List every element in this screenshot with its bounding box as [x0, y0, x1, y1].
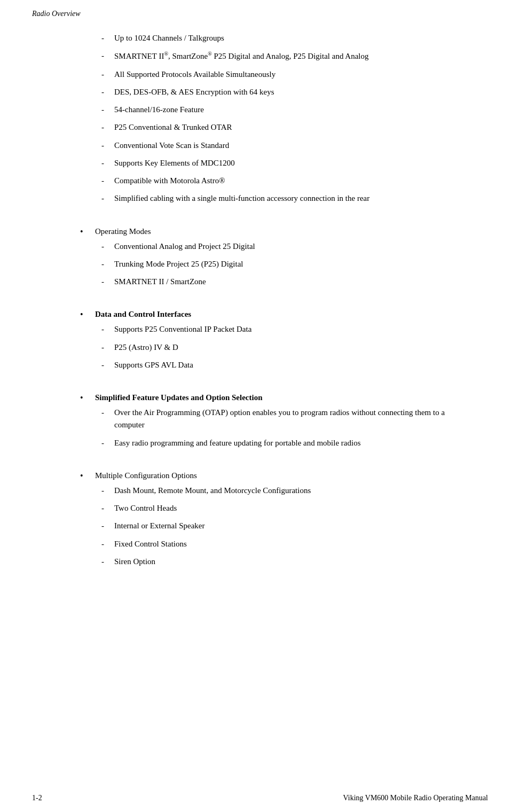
- list-item: - 54-channel/16-zone Feature: [101, 104, 461, 116]
- dash-icon: -: [101, 157, 114, 169]
- list-item: - Two Control Heads: [101, 502, 461, 514]
- sub-item-text: Simplified cabling with a single multi-f…: [114, 192, 461, 205]
- sub-item-text: Compatible with Motorola Astro®: [114, 175, 461, 187]
- dash-icon: -: [101, 192, 114, 205]
- footer-page-number: 1-2: [32, 794, 42, 802]
- bullet-main-item: • Multiple Configuration Options: [80, 470, 461, 482]
- bullet-symbol: •: [80, 392, 95, 404]
- list-item: - All Supported Protocols Available Simu…: [101, 68, 461, 81]
- dash-icon: -: [101, 520, 114, 532]
- header-title: Radio Overview: [32, 10, 81, 18]
- dash-icon: -: [101, 32, 114, 44]
- sub-item-text: Fixed Control Stations: [114, 538, 461, 550]
- section-simplified-feature: • Simplified Feature Updates and Option …: [80, 392, 461, 449]
- list-item: - SMARTNET II / SmartZone: [101, 276, 461, 288]
- list-item: - Supports P25 Conventional IP Packet Da…: [101, 323, 461, 335]
- dash-icon: -: [101, 341, 114, 354]
- sub-item-text: SMARTNET II / SmartZone: [114, 276, 461, 288]
- list-item: - Siren Option: [101, 556, 461, 568]
- section-operating-modes: • Operating Modes - Conventional Analog …: [80, 225, 461, 288]
- dash-icon: -: [101, 407, 114, 419]
- list-item: - P25 (Astro) IV & D: [101, 341, 461, 354]
- section-continuation: - Up to 1024 Channels / Talkgroups - SMA…: [80, 32, 461, 205]
- bullet-label: Simplified Feature Updates and Option Se…: [95, 392, 461, 404]
- sub-item-text: Supports P25 Conventional IP Packet Data: [114, 323, 461, 335]
- list-item: - P25 Conventional & Trunked OTAR: [101, 121, 461, 134]
- sub-item-text: Dash Mount, Remote Mount, and Motorcycle…: [114, 485, 461, 497]
- bullet-main-item: • Operating Modes: [80, 225, 461, 238]
- dash-icon: -: [101, 323, 114, 335]
- sub-item-text: Conventional Vote Scan is Standard: [114, 139, 461, 152]
- bullet-main-item: • Data and Control Interfaces: [80, 308, 461, 321]
- page-footer: 1-2 Viking VM600 Mobile Radio Operating …: [0, 794, 520, 802]
- sub-item-text: P25 Conventional & Trunked OTAR: [114, 121, 461, 134]
- list-item: - Fixed Control Stations: [101, 538, 461, 550]
- list-item: - Supports Key Elements of MDC1200: [101, 157, 461, 169]
- bullet-symbol: •: [80, 470, 95, 482]
- list-item: - Trunking Mode Project 25 (P25) Digital: [101, 258, 461, 270]
- sub-item-text: 54-channel/16-zone Feature: [114, 104, 461, 116]
- section-data-control: • Data and Control Interfaces - Supports…: [80, 308, 461, 371]
- bullet-main-item: • Simplified Feature Updates and Option …: [80, 392, 461, 404]
- list-item: - Supports GPS AVL Data: [101, 359, 461, 371]
- dash-icon: -: [101, 258, 114, 270]
- section-multiple-config: • Multiple Configuration Options - Dash …: [80, 470, 461, 568]
- dash-icon: -: [101, 86, 114, 98]
- dash-icon: -: [101, 437, 114, 449]
- list-item: - Up to 1024 Channels / Talkgroups: [101, 32, 461, 44]
- list-item: - Internal or External Speaker: [101, 520, 461, 532]
- page-header: Radio Overview: [0, 0, 520, 21]
- dash-icon: -: [101, 485, 114, 497]
- dash-icon: -: [101, 359, 114, 371]
- sub-item-text: Siren Option: [114, 556, 461, 568]
- dash-icon: -: [101, 276, 114, 288]
- dash-icon: -: [101, 502, 114, 514]
- dash-icon: -: [101, 104, 114, 116]
- list-item: - Conventional Vote Scan is Standard: [101, 139, 461, 152]
- dash-icon: -: [101, 121, 114, 134]
- sub-item-text: Conventional Analog and Project 25 Digit…: [114, 240, 461, 253]
- sub-item-text: DES, DES-OFB, & AES Encryption with 64 k…: [114, 86, 461, 98]
- bullet-symbol: •: [80, 308, 95, 321]
- dash-icon: -: [101, 68, 114, 81]
- sub-item-text: Easy radio programming and feature updat…: [114, 437, 461, 449]
- dash-icon: -: [101, 139, 114, 152]
- list-item: - Easy radio programming and feature upd…: [101, 437, 461, 449]
- list-item: - Simplified cabling with a single multi…: [101, 192, 461, 205]
- sub-item-text: Two Control Heads: [114, 502, 461, 514]
- list-item: - SMARTNET II®, SmartZone® P25 Digital a…: [101, 50, 461, 63]
- list-item: - Over the Air Programming (OTAP) option…: [101, 407, 461, 432]
- sub-item-text: All Supported Protocols Available Simult…: [114, 68, 461, 81]
- sub-item-text: P25 (Astro) IV & D: [114, 341, 461, 354]
- dash-icon: -: [101, 175, 114, 187]
- bullet-label: Multiple Configuration Options: [95, 470, 461, 482]
- list-item: - Conventional Analog and Project 25 Dig…: [101, 240, 461, 253]
- dash-icon: -: [101, 50, 114, 62]
- dash-icon: -: [101, 556, 114, 568]
- sub-item-text: Internal or External Speaker: [114, 520, 461, 532]
- sub-item-text: Supports Key Elements of MDC1200: [114, 157, 461, 169]
- sub-item-text: SMARTNET II®, SmartZone® P25 Digital and…: [114, 50, 461, 63]
- page-content: - Up to 1024 Channels / Talkgroups - SMA…: [0, 21, 520, 605]
- dash-icon: -: [101, 538, 114, 550]
- bullet-label: Operating Modes: [95, 225, 461, 238]
- sub-item-text: Supports GPS AVL Data: [114, 359, 461, 371]
- dash-icon: -: [101, 240, 114, 253]
- sub-item-text: Up to 1024 Channels / Talkgroups: [114, 32, 461, 44]
- list-item: - Dash Mount, Remote Mount, and Motorcyc…: [101, 485, 461, 497]
- list-item: - DES, DES-OFB, & AES Encryption with 64…: [101, 86, 461, 98]
- bullet-label: Data and Control Interfaces: [95, 308, 461, 321]
- sub-item-text: Trunking Mode Project 25 (P25) Digital: [114, 258, 461, 270]
- footer-document-title: Viking VM600 Mobile Radio Operating Manu…: [343, 794, 488, 802]
- bullet-symbol: •: [80, 225, 95, 238]
- list-item: - Compatible with Motorola Astro®: [101, 175, 461, 187]
- sub-item-text: Over the Air Programming (OTAP) option e…: [114, 407, 461, 432]
